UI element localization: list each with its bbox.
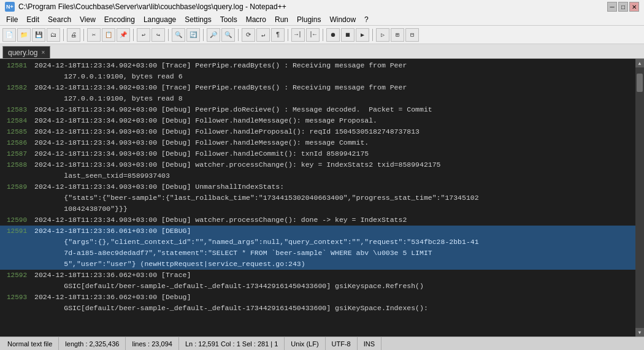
toolbar-separator-7 — [288, 29, 288, 41]
log-line: 125822024-12-18T11:23:34.902+03:00 [Trac… — [0, 82, 635, 104]
extra1-button[interactable]: ⊞ — [391, 28, 404, 42]
run-button[interactable]: ▷ — [376, 28, 389, 42]
all-chars-button[interactable]: ¶ — [271, 28, 285, 42]
line-number: 12587 — [0, 148, 32, 159]
find-button[interactable]: 🔍 — [172, 28, 185, 42]
log-line: 125812024-12-18T11:23:34.902+03:00 [Trac… — [0, 60, 635, 82]
log-area: 125812024-12-18T11:23:34.902+03:00 [Trac… — [0, 59, 635, 337]
scroll-track[interactable] — [635, 67, 644, 328]
log-line: 125902024-12-18T11:23:34.903+03:00 [Debu… — [0, 215, 635, 226]
toolbar-separator-2 — [83, 29, 84, 41]
scroll-down-button[interactable]: ▼ — [635, 328, 644, 337]
status-lines: lines : 23,094 — [126, 337, 178, 350]
print-button[interactable]: 🖨 — [67, 28, 80, 42]
cut-button[interactable]: ✂ — [87, 28, 101, 42]
toolbar-separator-3 — [133, 29, 134, 41]
main-content: 125812024-12-18T11:23:34.902+03:00 [Trac… — [0, 59, 644, 337]
toolbar-separator-1 — [63, 29, 64, 41]
log-lines[interactable]: 125812024-12-18T11:23:34.902+03:00 [Trac… — [0, 59, 635, 337]
line-number: 12584 — [0, 115, 32, 126]
tab-bar: query.log × — [0, 44, 644, 59]
paste-button[interactable]: 📌 — [117, 28, 130, 42]
log-line: 125922024-12-18T11:23:36.062+03:00 [Trac… — [0, 270, 635, 292]
extra2-button[interactable]: ⊟ — [405, 28, 419, 42]
log-line: 125932024-12-18T11:23:36.062+03:00 [Debu… — [0, 292, 635, 314]
new-button[interactable]: 📄 — [2, 28, 16, 42]
toolbar-separator-5 — [203, 29, 204, 41]
line-number: 12591 — [0, 226, 32, 237]
menu-encoding[interactable]: Encoding — [101, 14, 139, 25]
copy-button[interactable]: 📋 — [102, 28, 115, 42]
log-line: 125872024-12-18T11:23:34.903+03:00 [Debu… — [0, 148, 635, 159]
log-line: 125912024-12-18T11:23:36.061+03:00 [DEBU… — [0, 226, 635, 270]
toolbar-separator-6 — [238, 29, 239, 41]
tab-query-log[interactable]: query.log × — [2, 46, 50, 58]
line-content: 2024-12-18T11:23:34.903+03:00 [Debug] wa… — [32, 159, 635, 181]
scroll-thumb[interactable] — [637, 74, 643, 92]
line-content: 2024-12-18T11:23:34.903+03:00 [Debug] Un… — [32, 181, 635, 215]
menu-search[interactable]: Search — [44, 14, 75, 25]
menu-tools[interactable]: Tools — [217, 14, 241, 25]
redo-button[interactable]: ↪ — [151, 28, 165, 42]
scroll-up-button[interactable]: ▲ — [635, 59, 644, 67]
menu-edit[interactable]: Edit — [23, 14, 43, 25]
line-number: 12583 — [0, 104, 32, 115]
close-button[interactable]: ✕ — [629, 2, 639, 12]
line-content: 2024-12-18T11:23:34.902+03:00 [Debug] Pe… — [32, 104, 635, 115]
menu-help[interactable]: ? — [361, 14, 372, 25]
vertical-scrollbar[interactable]: ▲ ▼ — [635, 59, 644, 337]
zoom-out-button[interactable]: 🔍 — [221, 28, 235, 42]
menu-settings[interactable]: Settings — [181, 14, 215, 25]
tab-close-button[interactable]: × — [41, 49, 45, 56]
line-content: 2024-12-18T11:23:34.903+03:00 [Debug] Fo… — [32, 148, 635, 159]
find-replace-button[interactable]: 🔄 — [186, 28, 200, 42]
menu-run[interactable]: Run — [271, 14, 292, 25]
sync-button[interactable]: ⟳ — [242, 28, 255, 42]
maximize-button[interactable]: □ — [618, 2, 628, 12]
status-encoding: UTF-8 — [326, 337, 358, 350]
window-title: C:\Program Files\Couchbase\Server\var\li… — [18, 2, 286, 11]
save-all-button[interactable]: 🗂 — [47, 28, 60, 42]
log-line: 125882024-12-18T11:23:34.903+03:00 [Debu… — [0, 159, 635, 181]
menu-language[interactable]: Language — [140, 14, 180, 25]
line-number: 12582 — [0, 82, 32, 93]
line-number: 12592 — [0, 270, 32, 281]
log-line: 125862024-12-18T11:23:34.903+03:00 [Debu… — [0, 137, 635, 148]
status-position: Ln : 12,591 Col : 1 Sel : 281 | 1 — [179, 337, 285, 350]
menu-view[interactable]: View — [76, 14, 99, 25]
menu-plugins[interactable]: Plugins — [293, 14, 324, 25]
menu-file[interactable]: File — [2, 14, 21, 25]
minimize-button[interactable]: ─ — [607, 2, 617, 12]
status-file-type: Normal text file — [5, 337, 59, 350]
title-bar-controls[interactable]: ─ □ ✕ — [607, 2, 639, 12]
line-content: 2024-12-18T11:23:36.062+03:00 [Trace] GS… — [32, 270, 635, 292]
menu-window[interactable]: Window — [326, 14, 359, 25]
toolbar-separator-9 — [372, 29, 373, 41]
status-insert-mode: INS — [358, 337, 381, 350]
word-wrap-button[interactable]: ↵ — [256, 28, 270, 42]
indent-button[interactable]: →| — [291, 28, 305, 42]
line-content: 2024-12-18T11:23:34.903+03:00 [Debug] Fo… — [32, 137, 635, 148]
toolbar-separator-4 — [168, 29, 169, 41]
open-button[interactable]: 📁 — [17, 28, 31, 42]
line-content: 2024-12-18T11:23:34.903+03:00 [Debug] wa… — [32, 215, 635, 226]
menu-macro[interactable]: Macro — [242, 14, 270, 25]
outdent-button[interactable]: |← — [306, 28, 320, 42]
app-icon: N+ — [5, 2, 15, 12]
status-line-ending: Unix (LF) — [285, 337, 325, 350]
toolbar: 📄 📁 💾 🗂 🖨 ✂ 📋 📌 ↩ ↪ 🔍 🔄 🔎 🔍 ⟳ ↵ ¶ →| |← … — [0, 26, 644, 44]
macro-play-button[interactable]: ▶ — [356, 28, 369, 42]
line-number: 12590 — [0, 215, 32, 226]
log-line: 125852024-12-18T11:23:34.903+03:00 [Debu… — [0, 126, 635, 137]
title-bar-left: N+ C:\Program Files\Couchbase\Server\var… — [5, 2, 286, 12]
macro-record-button[interactable]: ⏺ — [326, 28, 340, 42]
log-line: 125842024-12-18T11:23:34.902+03:00 [Debu… — [0, 115, 635, 126]
macro-stop-button[interactable]: ⏹ — [341, 28, 355, 42]
status-bar: Normal text file length : 2,325,436 line… — [0, 337, 644, 350]
line-number: 12593 — [0, 292, 32, 303]
zoom-in-button[interactable]: 🔎 — [207, 28, 220, 42]
undo-button[interactable]: ↩ — [137, 28, 150, 42]
line-content: 2024-12-18T11:23:34.902+03:00 [Trace] Pe… — [32, 82, 635, 104]
save-button[interactable]: 💾 — [32, 28, 45, 42]
line-content: 2024-12-18T11:23:34.903+03:00 [Debug] Fo… — [32, 126, 635, 137]
